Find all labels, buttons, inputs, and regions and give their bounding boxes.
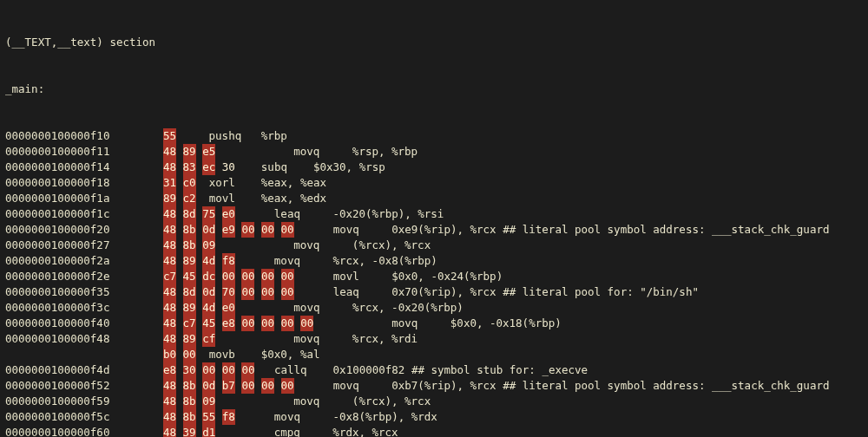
opcode-byte: 00 bbox=[241, 316, 254, 331]
operands: (%rcx), %rcx bbox=[352, 238, 431, 251]
address: 0000000100000f20 bbox=[5, 222, 163, 238]
disassembly-view: (__TEXT,__text) section _main: 000000010… bbox=[0, 0, 868, 437]
opcode-byte: 75 bbox=[202, 206, 215, 222]
mnemonic: callq bbox=[274, 363, 307, 376]
mnemonic: cmpq bbox=[274, 426, 300, 437]
operands: %rbp bbox=[261, 129, 287, 142]
operands: 0x100000f82 ## symbol stub for: _execve bbox=[333, 363, 589, 376]
opcode-bytes: 48 89 cf bbox=[163, 331, 215, 347]
opcode-byte: c0 bbox=[183, 175, 196, 191]
operands: -0x8(%rbp), %rdx bbox=[332, 410, 437, 423]
opcode-byte: 55 bbox=[202, 409, 215, 425]
instruction-list: 0000000100000f1055pushq%rbp0000000100000… bbox=[5, 128, 863, 437]
opcode-byte: 48 bbox=[163, 238, 176, 253]
opcode-byte: 00 bbox=[281, 378, 294, 394]
opcode-bytes: 48 8b 09 bbox=[163, 394, 215, 409]
operands: 0xb7(%rip), %rcx ## literal pool symbol … bbox=[391, 379, 829, 392]
opcode-byte: 8b bbox=[183, 222, 196, 238]
opcode-bytes: 48 8d 75 e0 bbox=[163, 206, 235, 222]
opcode-byte: 00 bbox=[241, 362, 254, 378]
operands: (%rcx), %rcx bbox=[352, 395, 431, 408]
operands: 0xe9(%rip), %rcx ## literal pool symbol … bbox=[391, 223, 829, 236]
section-header: (__TEXT,__text) section bbox=[5, 35, 863, 50]
opcode-byte: 00 bbox=[222, 269, 235, 284]
opcode-byte: 09 bbox=[202, 394, 215, 409]
opcode-byte: e8 bbox=[163, 362, 176, 378]
instruction-row: 0000000100000f1448 83 ec 30subq$0x30, %r… bbox=[5, 160, 863, 175]
opcode-byte: 00 bbox=[261, 284, 274, 300]
instruction-row: 0000000100000f2ec7 45 dc 00 00 00 00movl… bbox=[5, 269, 863, 284]
operands: $0x30, %rsp bbox=[313, 160, 385, 173]
mnemonic: movq bbox=[293, 301, 319, 314]
opcode-byte: b0 bbox=[163, 347, 176, 362]
operands: %rdx, %rcx bbox=[332, 426, 398, 437]
instruction-row: 0000000100000f5c48 8b 55 f8movq-0x8(%rbp… bbox=[5, 409, 863, 425]
opcode-byte: e9 bbox=[222, 222, 235, 238]
opcode-byte: 00 bbox=[261, 316, 274, 331]
opcode-byte: 00 bbox=[261, 222, 274, 238]
opcode-byte: 48 bbox=[163, 378, 176, 394]
address: 0000000100000f10 bbox=[5, 128, 163, 144]
opcode-byte: 48 bbox=[163, 331, 176, 347]
mnemonic: xorl bbox=[209, 176, 235, 189]
operands: %rcx, -0x8(%rbp) bbox=[332, 254, 437, 267]
mnemonic: subq bbox=[261, 160, 287, 173]
opcode-bytes: 48 c7 45 e8 00 00 00 00 bbox=[163, 316, 313, 331]
opcode-byte: c7 bbox=[183, 316, 196, 331]
mnemonic: movb bbox=[209, 348, 235, 361]
opcode-byte: 00 bbox=[261, 378, 274, 394]
opcode-byte: 48 bbox=[163, 253, 176, 269]
instruction-row: 0000000100000f1a89 c2movl%eax, %edx bbox=[5, 191, 863, 206]
opcode-byte: e0 bbox=[222, 300, 235, 316]
opcode-byte: 00 bbox=[241, 378, 254, 394]
opcode-bytes: 48 83 ec 30 bbox=[163, 160, 235, 175]
opcode-byte: 4d bbox=[202, 300, 215, 316]
opcode-byte: 39 bbox=[183, 425, 196, 437]
opcode-bytes: c7 45 dc 00 00 00 00 bbox=[163, 269, 294, 284]
opcode-bytes: 48 8b 55 f8 bbox=[163, 409, 235, 425]
opcode-byte: 89 bbox=[183, 253, 196, 269]
mnemonic: movq bbox=[293, 145, 319, 158]
address: 0000000100000f2e bbox=[5, 269, 163, 284]
opcode-byte: 31 bbox=[163, 175, 176, 191]
symbol-label: _main: bbox=[5, 82, 863, 97]
address: 0000000100000f4d bbox=[5, 362, 163, 378]
instruction-row: 0000000100000f1831 c0xorl%eax, %eax bbox=[5, 175, 863, 191]
operands: %rsp, %rbp bbox=[352, 145, 418, 158]
instruction-row: 0000000100000f3548 8d 0d 70 00 00 00leaq… bbox=[5, 284, 863, 300]
instruction-row: b0 00movb$0x0, %al bbox=[5, 347, 863, 362]
address: 0000000100000f5c bbox=[5, 409, 163, 425]
opcode-byte: 48 bbox=[163, 160, 176, 175]
opcode-byte: 45 bbox=[183, 269, 196, 284]
opcode-bytes: 48 39 d1 bbox=[163, 425, 215, 437]
operands: %rcx, -0x20(%rbp) bbox=[352, 301, 464, 314]
opcode-byte: 8b bbox=[183, 378, 196, 394]
opcode-bytes: 48 89 e5 bbox=[163, 144, 215, 160]
opcode-byte: 89 bbox=[183, 331, 196, 347]
instruction-row: 0000000100000f6048 39 d1cmpq%rdx, %rcx bbox=[5, 425, 863, 437]
mnemonic: movl bbox=[333, 270, 359, 283]
mnemonic: movq bbox=[274, 254, 300, 267]
operands: $0x0, %al bbox=[261, 348, 320, 361]
operands: %rcx, %rdi bbox=[352, 332, 418, 345]
opcode-byte: 48 bbox=[163, 425, 176, 437]
instruction-row: 0000000100000f4de8 30 00 00 00callq0x100… bbox=[5, 362, 863, 378]
instruction-row: 0000000100000f4848 89 cfmovq%rcx, %rdi bbox=[5, 331, 863, 347]
opcode-byte: 00 bbox=[281, 269, 294, 284]
opcode-byte: 00 bbox=[183, 347, 196, 362]
opcode-bytes: 31 c0 bbox=[163, 175, 196, 191]
address: 0000000100000f1c bbox=[5, 206, 163, 222]
operands: %eax, %eax bbox=[261, 176, 326, 189]
opcode-byte: 30 bbox=[183, 362, 196, 378]
address: 0000000100000f60 bbox=[5, 425, 163, 437]
opcode-byte: b7 bbox=[222, 378, 235, 394]
operands: 0x70(%rip), %rcx ## literal pool for: "/… bbox=[391, 285, 699, 298]
opcode-byte: e8 bbox=[222, 316, 235, 331]
opcode-byte: 48 bbox=[163, 144, 176, 160]
opcode-byte: 8b bbox=[183, 409, 196, 425]
operands: -0x20(%rbp), %rsi bbox=[332, 207, 444, 220]
opcode-bytes: e8 30 00 00 00 bbox=[163, 362, 254, 378]
opcode-bytes: 48 8b 09 bbox=[163, 238, 215, 253]
mnemonic: movl bbox=[209, 192, 235, 205]
opcode-byte: 48 bbox=[163, 394, 176, 409]
